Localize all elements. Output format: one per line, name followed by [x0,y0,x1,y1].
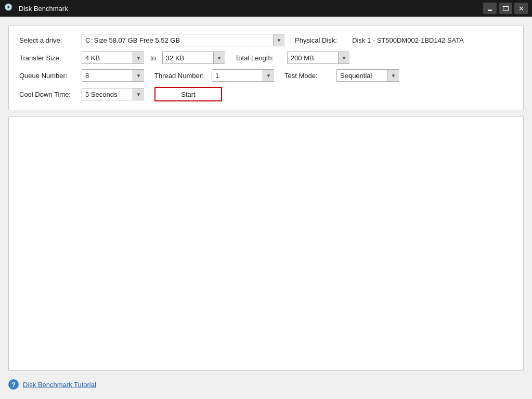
title-bar-left: 💿 Disk Benchmark [4,3,68,14]
title-bar-controls: 🗕 🗖 ✕ [483,3,528,14]
transfer-size-row: Transfer Size: 512 B 1 KB 2 KB 4 KB 8 KB… [19,52,513,64]
queue-select[interactable]: 1 2 4 8 16 32 [82,69,144,82]
transfer-size-select[interactable]: 512 B 1 KB 2 KB 4 KB 8 KB 16 KB 32 KB [82,52,144,64]
start-button[interactable]: Start [154,87,222,101]
cooldown-row: Cool Down Time: 0 Seconds 1 Seconds 2 Se… [19,87,513,101]
to-label: to [150,54,156,62]
select-drive-label: Select a drive: [19,36,82,44]
main-window: Select a drive: C: Size 58.07 GB Free 5.… [0,17,532,399]
title-bar: 💿 Disk Benchmark 🗕 🗖 ✕ [0,0,532,17]
help-icon[interactable]: ? [8,379,19,390]
queue-select-wrapper: 1 2 4 8 16 32 ▼ [82,69,144,82]
tutorial-link[interactable]: Disk Benchmark Tutorial [23,381,96,389]
app-icon: 💿 [4,3,15,14]
queue-number-label: Queue Number: [19,72,82,80]
physical-disk-value: Disk 1 - ST500DM002-1BD142 SATA [352,36,464,44]
transfer-size-select-wrapper: 512 B 1 KB 2 KB 4 KB 8 KB 16 KB 32 KB ▼ [82,52,144,64]
drive-row: Select a drive: C: Size 58.07 GB Free 5.… [19,34,513,46]
thread-select-wrapper: 1 2 4 8 ▼ [212,69,274,82]
cooldown-label: Cool Down Time: [19,91,82,98]
queue-row: Queue Number: 1 2 4 8 16 32 ▼ Thread Num… [19,69,513,82]
transfer-size2-select-wrapper: 512 B 1 KB 2 KB 4 KB 8 KB 16 KB 32 KB ▼ [162,52,225,64]
transfer-size2-select[interactable]: 512 B 1 KB 2 KB 4 KB 8 KB 16 KB 32 KB [162,52,225,64]
test-mode-label: Test Mode: [284,72,336,80]
footer: ? Disk Benchmark Tutorial [8,377,524,391]
chart-area [8,117,524,371]
drive-select[interactable]: C: Size 58.07 GB Free 5.52 GB [82,34,284,46]
test-mode-select[interactable]: Sequential Random [336,69,399,82]
window-title: Disk Benchmark [19,5,68,12]
minimize-button[interactable]: 🗕 [483,3,497,14]
total-length-label: Total Length: [235,54,287,62]
cooldown-select[interactable]: 0 Seconds 1 Seconds 2 Seconds 3 Seconds … [82,88,144,100]
close-button[interactable]: ✕ [514,3,528,14]
total-length-select[interactable]: 100 MB 200 MB 500 MB 1 GB 2 GB [287,52,349,64]
thread-select[interactable]: 1 2 4 8 [212,69,274,82]
total-length-select-wrapper: 100 MB 200 MB 500 MB 1 GB 2 GB ▼ [287,52,349,64]
test-mode-select-wrapper: Sequential Random ▼ [336,69,399,82]
config-panel: Select a drive: C: Size 58.07 GB Free 5.… [8,25,524,110]
drive-select-wrapper: C: Size 58.07 GB Free 5.52 GB ▼ [82,34,284,46]
cooldown-select-wrapper: 0 Seconds 1 Seconds 2 Seconds 3 Seconds … [82,88,144,100]
physical-disk-label: Physical Disk: [295,36,352,44]
thread-number-label: Thread Number: [154,72,212,80]
transfer-size-label: Transfer Size: [19,54,82,62]
maximize-button[interactable]: 🗖 [499,3,512,14]
